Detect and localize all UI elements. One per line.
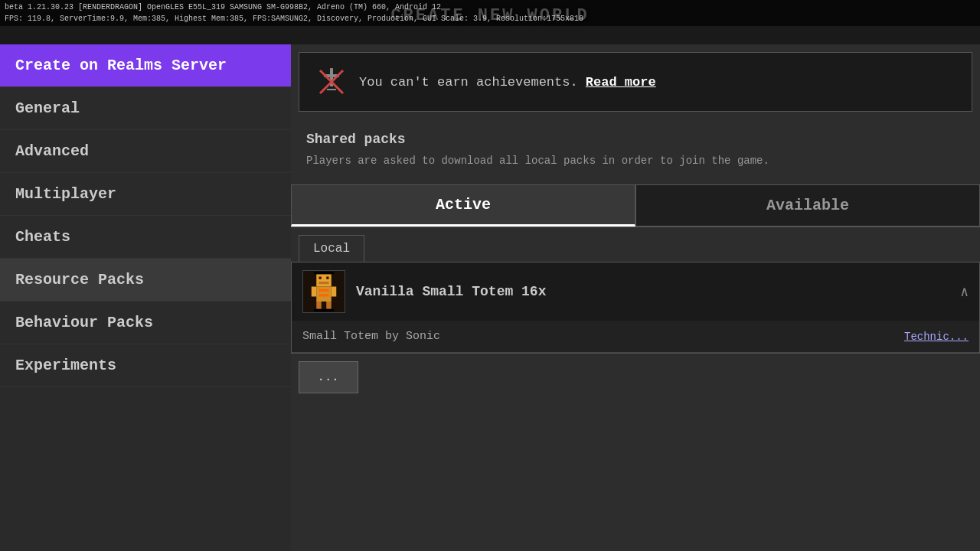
achievement-icon [315,65,348,99]
debug-line2: FPS: 119.8, ServerTime:9.9, Mem:385, Hig… [5,13,975,24]
sidebar-item-experiments[interactable]: Experiments [0,344,291,387]
bottom-button[interactable]: ... [299,361,358,393]
debug-bar: beta 1.21.30.23 [RENDERDRAGON] OpenGLES … [0,0,980,26]
tab-available[interactable]: Available [635,184,980,227]
bottom-area: ... [291,354,980,401]
pack-technical-link[interactable]: Technic... [904,331,969,343]
tabs-row: Active Available [291,184,980,227]
sidebar-item-general-label: General [15,99,80,117]
sidebar-item-multiplayer[interactable]: Multiplayer [0,173,291,216]
pack-collapse-icon[interactable]: ∧ [960,283,969,300]
sidebar-item-resource-packs[interactable]: Resource Packs [0,259,291,302]
svg-rect-12 [332,287,337,297]
sidebar-item-advanced-label: Advanced [15,142,89,160]
pack-list: Vanilla Small Totem 16x ∧ Small Totem by… [291,262,980,354]
svg-rect-6 [316,274,332,286]
pack-details: Small Totem by Sonic Technic... [292,321,979,352]
sidebar-item-multiplayer-label: Multiplayer [15,185,116,203]
local-section: Local [291,227,980,262]
sidebar-item-behaviour-packs-label: Behaviour Packs [15,314,153,331]
pack-name: Vanilla Small Totem 16x [356,284,949,299]
sidebar-item-general[interactable]: General [0,87,291,130]
sidebar-item-advanced[interactable]: Advanced [0,130,291,173]
sidebar-item-resource-packs-label: Resource Packs [15,271,144,289]
sidebar-item-realms[interactable]: Create on Realms Server [0,44,291,87]
debug-line1: beta 1.21.30.23 [RENDERDRAGON] OpenGLES … [5,2,975,13]
pack-item-header[interactable]: Vanilla Small Totem 16x ∧ [292,262,979,321]
sidebar-item-experiments-label: Experiments [15,357,116,374]
svg-rect-8 [326,277,328,279]
svg-rect-9 [319,282,329,284]
shared-packs-title: Shared packs [306,132,965,147]
sidebar-item-cheats-label: Cheats [15,228,70,246]
achievement-text: You can't earn achievements. Read more [359,75,656,90]
shared-packs-section: Shared packs Players are asked to downlo… [291,119,980,177]
bottom-button-label: ... [318,371,339,383]
achievement-read-more-link[interactable]: Read more [586,75,656,90]
content-area: You can't earn achievements. Read more S… [291,44,980,551]
pack-author: Small Totem by Sonic [302,330,440,343]
achievement-banner: You can't earn achievements. Read more [299,52,972,112]
svg-rect-17 [314,272,334,274]
svg-rect-7 [319,277,322,279]
sidebar-item-realms-label: Create on Realms Server [15,57,227,74]
svg-rect-15 [319,289,329,292]
sidebar-item-behaviour-packs[interactable]: Behaviour Packs [0,302,291,344]
local-label: Local [299,235,364,262]
sidebar-item-cheats[interactable]: Cheats [0,216,291,259]
tab-active[interactable]: Active [291,184,635,227]
svg-rect-14 [326,302,332,309]
main-container: Create on Realms Server General Advanced… [0,44,980,551]
shared-packs-description: Players are asked to download all local … [306,153,965,169]
svg-rect-18 [314,309,334,311]
pack-icon [302,270,345,313]
pack-item: Vanilla Small Totem 16x ∧ Small Totem by… [292,262,979,353]
svg-rect-13 [316,302,322,309]
achievement-warning-text: You can't earn achievements. [359,75,578,90]
sidebar: Create on Realms Server General Advanced… [0,44,291,551]
svg-rect-16 [319,294,329,296]
svg-rect-11 [312,287,317,297]
